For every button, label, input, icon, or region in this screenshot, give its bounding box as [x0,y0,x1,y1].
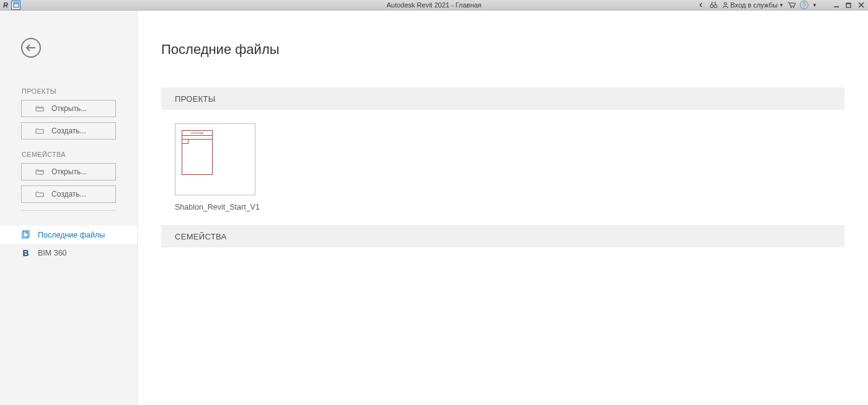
maximize-button[interactable] [844,2,853,8]
svg-rect-0 [14,2,19,7]
sidebar-section-families: СЕМЕЙСТВА [22,151,137,158]
binoculars-icon[interactable] [709,1,718,9]
sign-in-button[interactable]: Вход в службы ▼ [722,1,784,9]
minimize-button[interactable] [832,2,841,8]
open-project-button[interactable]: Открыть... [21,100,116,117]
svg-point-4 [724,2,727,5]
open-project-label: Открыть... [51,104,87,113]
nav-recent-files[interactable]: Последние файлы [0,226,137,244]
folder-icon [35,190,44,198]
project-thumbnail[interactable]: ЛЕГЕНДА [175,123,255,195]
nav-recent-label: Последние файлы [38,231,105,239]
sidebar: ПРОЕКТЫ Открыть... Создать... СЕМЕЙСТВА … [0,11,138,405]
cart-icon[interactable] [787,1,796,9]
families-group-header: СЕМЕЙСТВА [161,225,844,247]
create-project-label: Создать... [51,127,86,135]
recent-projects-row: ЛЕГЕНДА Shablon_Revit_Start_V1 [175,123,844,211]
chevron-down-icon: ▼ [779,2,784,8]
project-label: Shablon_Revit_Start_V1 [175,203,255,211]
back-arrow-icon[interactable] [697,1,706,9]
nav-bim360[interactable]: B BIM 360 [0,244,137,262]
sign-in-label: Вход в службы [730,1,777,9]
create-family-button[interactable]: Создать... [21,185,116,203]
folder-open-icon [35,105,44,112]
titlebar: R Autodesk Revit 2021 - Главная Вход в с… [0,0,868,11]
help-icon[interactable]: ? [800,1,808,9]
close-button[interactable] [857,2,866,8]
svg-point-2 [711,5,714,8]
nav-bim-label: BIM 360 [38,249,67,257]
page-title: Последние файлы [161,42,844,58]
svg-point-6 [793,7,794,8]
back-button[interactable] [21,38,41,58]
window-title: Autodesk Revit 2021 - Главная [386,1,481,9]
home-icon[interactable] [11,1,20,10]
sidebar-section-projects: ПРОЕКТЫ [22,87,137,95]
open-family-label: Открыть... [51,167,87,176]
create-family-label: Создать... [51,190,86,198]
help-chevron-down-icon[interactable]: ▼ [812,2,817,8]
folder-open-icon [35,168,44,176]
revit-logo-icon[interactable]: R [1,1,10,9]
thumbnail-preview: ЛЕГЕНДА [182,130,213,175]
recent-files-icon [21,230,30,239]
open-family-button[interactable]: Открыть... [21,163,116,180]
projects-group-header: ПРОЕКТЫ [161,87,844,110]
svg-point-3 [714,5,717,8]
bim360-icon: B [21,248,30,257]
svg-point-5 [790,7,792,8]
folder-icon [35,127,44,135]
create-project-button[interactable]: Создать... [21,122,116,140]
sidebar-divider [21,210,116,211]
recent-project-item[interactable]: ЛЕГЕНДА Shablon_Revit_Start_V1 [175,123,255,211]
main-content: Последние файлы ПРОЕКТЫ ЛЕГЕНДА Shablon_… [138,11,868,405]
